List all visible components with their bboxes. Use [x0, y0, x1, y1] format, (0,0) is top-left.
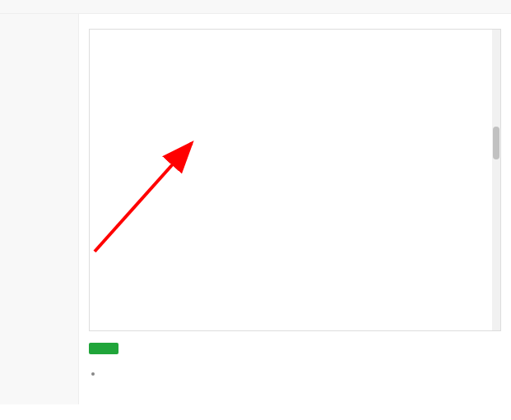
note-item — [104, 367, 501, 380]
notes-list — [89, 367, 501, 380]
sidebar-item-service[interactable] — [0, 14, 78, 37]
selection-highlight — [90, 330, 91, 331]
sidebar — [0, 14, 79, 404]
sidebar-item-version[interactable] — [0, 60, 78, 83]
page-title — [0, 0, 511, 14]
scrollbar-thumb[interactable] — [493, 127, 499, 159]
main-container — [0, 14, 511, 404]
editor-container — [89, 29, 501, 331]
scrollbar-track[interactable] — [492, 30, 500, 330]
save-button[interactable] — [89, 343, 118, 354]
sidebar-item-config[interactable] — [0, 37, 78, 60]
code-editor[interactable] — [90, 30, 500, 330]
main-panel — [79, 14, 511, 404]
